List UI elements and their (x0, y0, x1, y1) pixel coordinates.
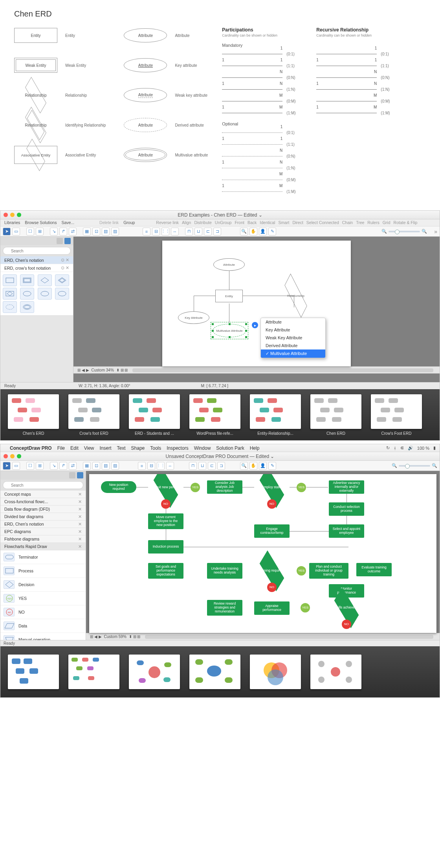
library-item[interactable]: ERD, crow's foot notation⊙ ✕ (0, 264, 73, 272)
tool-icon[interactable]: ⊏ (204, 228, 212, 235)
tool-icon[interactable]: ⇄ (69, 228, 77, 235)
multivalue-node-selected[interactable]: Multivalue Attribute (213, 324, 246, 337)
process-node[interactable]: Undertake training needs analysis (207, 563, 242, 579)
menu-group[interactable]: Group (123, 220, 135, 225)
decision-node[interactable]: Skills achieved? (329, 598, 364, 617)
process-node[interactable]: Consider Job analysis Job description (207, 480, 242, 494)
library-group[interactable]: Data flow diagram (DFD)✕ (0, 506, 86, 513)
canvas[interactable]: New position required Recruit new person… (89, 474, 436, 633)
tool-icon[interactable]: ⊓ (189, 462, 197, 470)
no-node[interactable]: NO (267, 583, 277, 592)
thumbnail[interactable]: Crow's Foot ERD (369, 394, 424, 436)
shape-item[interactable]: Data (0, 619, 86, 633)
menu-save[interactable]: Save... (61, 220, 74, 225)
shape-attribute[interactable] (38, 288, 52, 300)
tool-icon[interactable]: ⊓ (185, 228, 193, 235)
no-node[interactable]: NO (342, 620, 351, 629)
menu-help[interactable]: Help (250, 445, 260, 451)
page-nav[interactable]: ⊞ ◀ ▶ (90, 634, 102, 639)
process-node[interactable]: Select and appoint employee (329, 524, 364, 538)
library-group[interactable]: ERD, Chen's notation✕ (0, 520, 86, 528)
thumb[interactable] (308, 655, 363, 689)
hscrollbar[interactable] (132, 368, 433, 372)
thumb[interactable] (187, 655, 242, 689)
thumb[interactable] (6, 655, 61, 689)
tool-icon[interactable]: ⋮⋮ (157, 462, 165, 470)
minimize-icon[interactable] (10, 454, 15, 458)
menu-view[interactable]: View (84, 445, 94, 451)
tool-icon[interactable]: ⊡ (92, 462, 100, 470)
tool-icon[interactable]: ↘ (50, 462, 58, 470)
sidebar-grid-icon[interactable] (57, 238, 63, 244)
menu-file[interactable]: File (57, 445, 65, 451)
thumbnail[interactable]: Entity-Relationship... (248, 394, 303, 436)
tool-icon[interactable]: ▨ (111, 228, 119, 235)
terminator-node[interactable]: New position required (101, 481, 136, 493)
menu-item[interactable]: Grid (383, 220, 390, 225)
menu-item[interactable]: Reverse link (156, 220, 179, 225)
menu-item[interactable]: Align (182, 220, 191, 225)
timemachine-icon[interactable]: ↻ (386, 445, 390, 451)
tool-icon[interactable]: ⊟ (147, 462, 155, 470)
yes-node[interactable]: YES (297, 483, 306, 492)
library-search-input[interactable] (3, 247, 71, 255)
shape-item[interactable]: Manual operation (0, 633, 86, 640)
tool-icon[interactable]: ≡ (143, 228, 150, 235)
library-group[interactable]: Divided bar diagrams✕ (0, 513, 86, 520)
tool-icon[interactable]: ▭ (12, 462, 20, 470)
tool-icon[interactable]: ▦ (83, 462, 91, 470)
menu-inspectors[interactable]: Inspectors (167, 445, 188, 451)
library-group[interactable]: Fishbone diagrams✕ (0, 535, 86, 543)
process-node[interactable]: Advertise vacancy internally and/or exte… (329, 480, 364, 494)
tool-icon[interactable]: ✎ (268, 228, 276, 235)
shape-assoc-entity[interactable] (3, 288, 17, 300)
menu-edit[interactable]: Edit (70, 445, 79, 451)
menu-app[interactable]: ConceptDraw PRO (10, 445, 52, 451)
menu-browse[interactable]: Browse Solutions (25, 220, 57, 225)
process-node[interactable]: Evaluate training outcome (356, 563, 392, 576)
shape-item[interactable]: YESYES (0, 592, 86, 605)
hscrollbar[interactable] (145, 635, 433, 639)
process-node[interactable]: Plan and conduct individual or group tra… (309, 563, 348, 579)
menu-text[interactable]: Text (117, 445, 126, 451)
menu-tools[interactable]: Tools (150, 445, 161, 451)
no-node[interactable]: NO (161, 499, 170, 509)
zoom-icon[interactable] (17, 454, 21, 458)
process-node[interactable]: Appraise performance (254, 601, 290, 615)
tool-icon[interactable]: ↘ (50, 228, 58, 235)
tool-icon[interactable]: ↔ (171, 228, 179, 235)
shape-attribute[interactable] (55, 288, 69, 300)
process-node[interactable]: Conduct selection process (329, 502, 364, 516)
shape-entity[interactable] (3, 274, 17, 286)
menu-solution[interactable]: Solution Park (216, 445, 244, 451)
wifi-icon[interactable]: ⋐ (400, 445, 404, 451)
menu-item[interactable]: Derived Attribute (261, 342, 325, 349)
process-node[interactable]: Induction process (148, 540, 183, 554)
tool-icon[interactable]: ⋮⋮ (161, 228, 169, 235)
volume-icon[interactable]: 🔊 (408, 445, 413, 451)
thumb[interactable] (127, 655, 182, 689)
menu-item[interactable]: Identical (260, 220, 275, 225)
menu-item[interactable]: Attribute (261, 318, 325, 326)
zoom-icon[interactable] (17, 213, 21, 217)
smart-tag-icon[interactable]: ▸ (252, 322, 258, 328)
menu-item[interactable]: Rotate & Flip (394, 220, 418, 225)
menu-item[interactable]: UnGroup (215, 220, 232, 225)
close-icon[interactable] (4, 213, 8, 217)
bluetooth-icon[interactable]: ᚼ (394, 446, 396, 451)
shape-id-relationship[interactable] (55, 274, 69, 286)
window-titlebar[interactable]: ERD Examples - Chen ERD — Edited ⌄ (0, 211, 440, 219)
yes-node[interactable]: YES (301, 603, 310, 612)
shape-item[interactable]: Decision (0, 578, 86, 592)
library-group[interactable]: Concept maps✕ (0, 491, 86, 498)
menu-item[interactable]: Select Connected (306, 220, 339, 225)
arrow-tool-icon[interactable]: ➤ (3, 462, 11, 470)
thumbnails-strip[interactable]: Chen's ERD Crow's foot ERD ERD - Student… (0, 389, 440, 440)
close-icon[interactable] (4, 454, 8, 458)
menu-item[interactable]: Key Attribute (261, 326, 325, 334)
decision-node[interactable]: Employ staff? (254, 478, 290, 497)
battery-icon[interactable]: ▮ (433, 445, 436, 451)
menu-insert[interactable]: Insert (100, 445, 112, 451)
tool-icon[interactable]: ▨ (111, 462, 119, 470)
tool-icon[interactable]: ⊞ (36, 228, 44, 235)
